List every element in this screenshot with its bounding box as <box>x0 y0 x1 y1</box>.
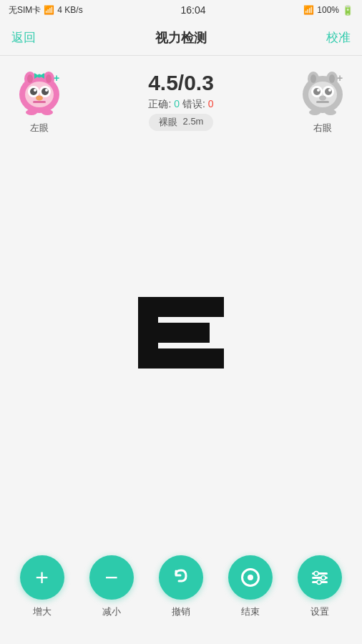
svg-point-30 <box>317 89 320 92</box>
svg-point-9 <box>41 88 49 95</box>
nav-bar: 返回 视力检测 校准 <box>0 20 362 56</box>
time-label: 16:04 <box>180 4 205 16</box>
decrease-button[interactable] <box>89 555 134 600</box>
settings-label: 设置 <box>310 605 329 618</box>
svg-point-36 <box>325 109 336 115</box>
undo-label: 撤销 <box>172 605 190 618</box>
svg-point-10 <box>34 89 36 92</box>
wrong-value: 0 <box>208 98 214 109</box>
battery-icon: 🔋 <box>342 5 353 16</box>
plus-icon <box>35 565 49 591</box>
speed-label: 4 KB/s <box>57 5 82 15</box>
svg-point-11 <box>45 89 48 92</box>
undo-icon <box>170 567 192 588</box>
page-title: 视力检测 <box>155 29 207 47</box>
svg-point-24 <box>329 74 335 83</box>
svg-point-42 <box>317 580 321 585</box>
svg-text:+: + <box>337 72 343 84</box>
settings-button-item[interactable]: 设置 <box>298 555 342 618</box>
increase-button-item[interactable]: 增大 <box>20 555 64 618</box>
svg-point-19 <box>41 109 53 115</box>
svg-point-23 <box>310 74 316 83</box>
svg-point-12 <box>36 96 43 101</box>
svg-point-31 <box>328 89 331 92</box>
wrong-label: 错误: <box>182 98 208 109</box>
svg-point-29 <box>325 88 332 95</box>
status-right: 📶 100% 🔋 <box>303 5 353 16</box>
tag-distance: 2.5m <box>183 116 204 129</box>
svg-point-41 <box>321 576 326 580</box>
svg-point-18 <box>26 109 37 115</box>
increase-button[interactable] <box>20 555 64 600</box>
battery-label: 100% <box>317 5 339 15</box>
carrier-label: 无SIM卡 <box>9 4 41 16</box>
optotype-container <box>0 129 362 537</box>
correct-value: 0 <box>174 98 180 109</box>
right-eye-avatar: + <box>298 67 348 117</box>
end-button-item[interactable]: 结束 <box>228 555 273 618</box>
score-value: 4.5/0.3 <box>148 71 214 95</box>
svg-rect-17 <box>33 101 46 103</box>
toolbar-buttons: 增大 减小 撤销 结束 <box>0 555 362 618</box>
svg-point-35 <box>309 109 321 115</box>
calibrate-button[interactable]: 校准 <box>326 29 351 46</box>
bottom-toolbar: 增大 减小 撤销 结束 <box>0 544 362 644</box>
svg-point-32 <box>319 96 326 101</box>
e-top-bar <box>138 297 224 317</box>
svg-point-28 <box>313 88 321 95</box>
svg-point-40 <box>314 572 318 576</box>
score-counts: 正确: 0 错误: 0 <box>148 98 213 111</box>
right-eye-section: + 右眼 <box>298 67 348 135</box>
svg-point-4 <box>46 74 52 83</box>
svg-text:+: + <box>54 72 59 84</box>
svg-point-3 <box>27 74 33 83</box>
center-score-info: 4.5/0.3 正确: 0 错误: 0 裸眼 2.5m <box>148 71 214 131</box>
minus-icon <box>104 565 118 591</box>
settings-icon <box>310 567 330 587</box>
increase-label: 增大 <box>33 605 52 618</box>
end-button[interactable] <box>228 555 273 600</box>
left-eye-section: + 左眼 <box>14 67 64 135</box>
end-label: 结束 <box>241 605 260 618</box>
undo-button[interactable] <box>159 555 203 600</box>
e-optotype <box>138 297 224 369</box>
status-left: 无SIM卡 📶 4 KB/s <box>9 4 83 16</box>
svg-rect-34 <box>316 101 329 103</box>
left-eye-avatar: + <box>14 67 64 117</box>
back-button[interactable]: 返回 <box>11 29 36 46</box>
end-icon <box>241 568 260 587</box>
decrease-label: 减小 <box>102 605 121 618</box>
settings-button[interactable] <box>298 555 342 600</box>
tag-naked: 裸眼 <box>159 116 177 129</box>
wifi-icon: 📶 <box>44 5 54 15</box>
optotype-display <box>0 129 362 537</box>
decrease-button-item[interactable]: 减小 <box>89 555 134 618</box>
svg-point-15 <box>38 74 41 78</box>
e-bot-bar <box>138 348 224 369</box>
correct-label: 正确: <box>148 98 171 109</box>
bluetooth-icon: 📶 <box>303 5 314 15</box>
undo-button-item[interactable]: 撤销 <box>159 555 203 618</box>
e-mid-bar <box>138 323 210 343</box>
status-bar: 无SIM卡 📶 4 KB/s 16:04 📶 100% 🔋 <box>0 0 362 20</box>
svg-point-8 <box>30 88 37 95</box>
